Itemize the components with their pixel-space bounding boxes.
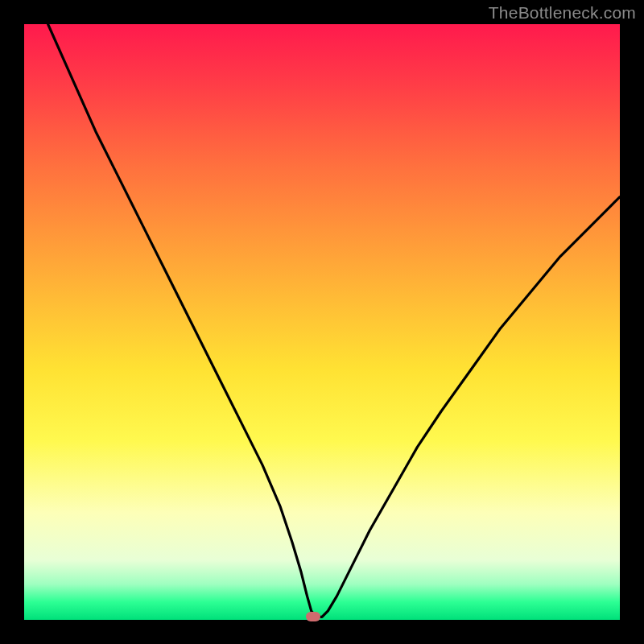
bottleneck-curve	[24, 24, 620, 620]
plot-area	[24, 24, 620, 620]
watermark-text: TheBottleneck.com	[489, 3, 636, 23]
chart-frame: TheBottleneck.com	[0, 0, 644, 644]
minimum-marker	[306, 612, 320, 621]
